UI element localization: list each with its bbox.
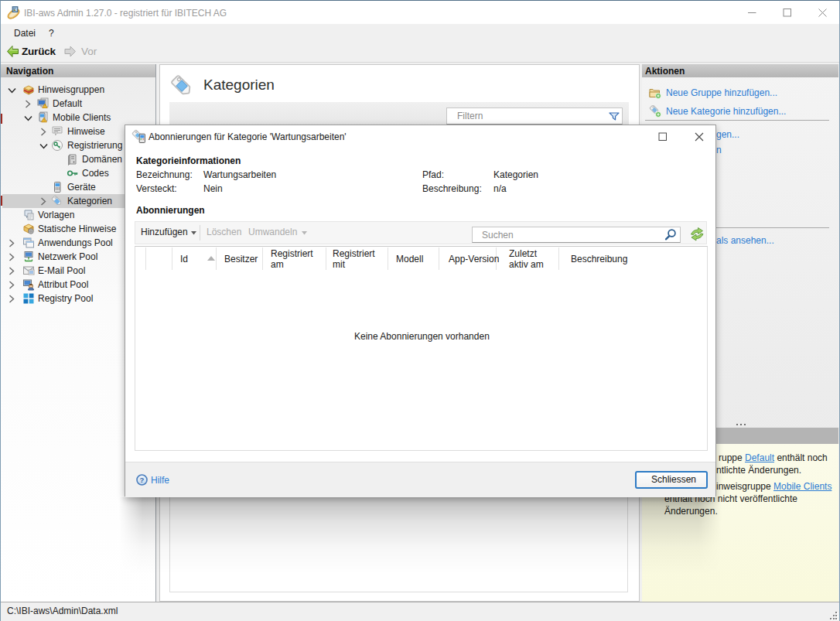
svg-text:!: !: [44, 104, 45, 108]
svg-text:?: ?: [140, 476, 145, 484]
svg-text:!: !: [43, 118, 44, 123]
